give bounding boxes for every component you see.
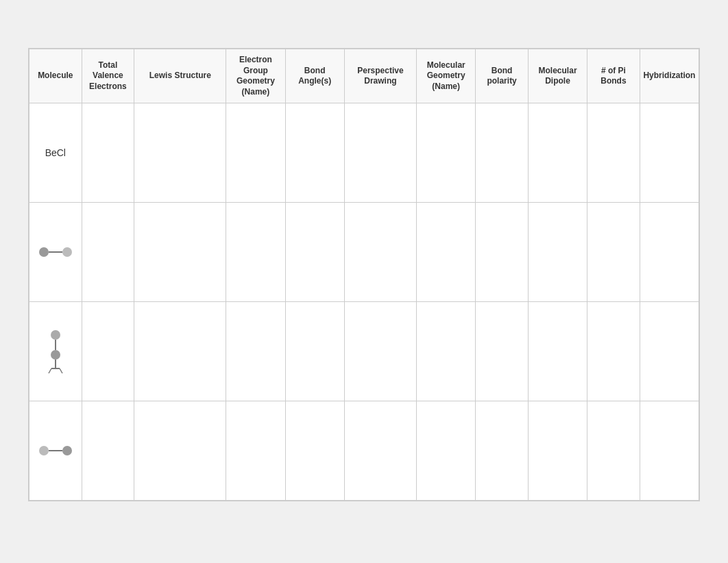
- mol-dipole-row2: [528, 203, 587, 302]
- header-molecule: Molecule: [29, 49, 82, 103]
- header-bond-angle: Bond Angle(s): [285, 49, 344, 103]
- molecule-row2: [29, 203, 82, 302]
- mol-geom-row2: [417, 203, 476, 302]
- perspective-row1: [344, 103, 416, 203]
- table-row: [29, 302, 699, 401]
- header-electron: Electron Group Geometry (Name): [226, 49, 285, 103]
- molecule-icon-row4: [32, 441, 79, 460]
- pi-bonds-row4: [587, 401, 640, 501]
- electron-row4: [226, 401, 285, 501]
- mol-dipole-row4: [528, 401, 587, 501]
- header-bond-polarity: Bond polarity: [476, 49, 529, 103]
- hybrid-row3: [640, 302, 699, 401]
- valence-row2: [82, 203, 134, 302]
- electron-row2: [226, 203, 285, 302]
- lewis-row3: [134, 302, 226, 401]
- header-valence: Total Valence Electrons: [82, 49, 134, 103]
- table-row: [29, 203, 699, 302]
- hybrid-row4: [640, 401, 699, 501]
- molecule-becl: BeCl: [29, 103, 82, 203]
- molecule-svg-row3: [38, 329, 73, 374]
- electron-row1: [226, 103, 285, 203]
- svg-point-10: [39, 446, 49, 455]
- table-row: [29, 401, 699, 501]
- svg-point-12: [62, 446, 72, 455]
- header-mol-dipole: Molecular Dipole: [528, 49, 587, 103]
- bond-angle-row2: [285, 203, 344, 302]
- bond-polarity-row2: [476, 203, 529, 302]
- header-perspective: Perspective Drawing: [344, 49, 416, 103]
- molecule-row4: [29, 401, 82, 501]
- electron-row3: [226, 302, 285, 401]
- table-row: BeCl: [29, 103, 699, 203]
- molecule-icon-row2: [32, 242, 79, 262]
- header-hybridization: Hybridization: [640, 49, 699, 103]
- bond-angle-row4: [285, 401, 344, 501]
- mol-geom-row1: [417, 103, 476, 203]
- bond-polarity-row4: [476, 401, 529, 501]
- svg-point-0: [39, 247, 49, 257]
- valence-row1: [82, 103, 134, 203]
- hybrid-row2: [640, 203, 699, 302]
- perspective-row3: [344, 302, 416, 401]
- bond-angle-row3: [285, 302, 344, 401]
- molecule-icon-row3: [32, 329, 79, 374]
- mol-dipole-row1: [528, 103, 587, 203]
- valence-row3: [82, 302, 134, 401]
- mol-geom-row4: [417, 401, 476, 501]
- lewis-row4: [134, 401, 226, 501]
- pi-bonds-row1: [587, 103, 640, 203]
- mol-dipole-row3: [528, 302, 587, 401]
- header-pi-bonds: # of Pi Bonds: [587, 49, 640, 103]
- main-table-container: Molecule Total Valence Electrons Lewis S…: [28, 48, 700, 501]
- hybrid-row1: [640, 103, 699, 203]
- pi-bonds-row2: [587, 203, 640, 302]
- molecule-svg-row2: [39, 242, 72, 262]
- pi-bonds-row3: [587, 302, 640, 401]
- molecule-row3: [29, 302, 82, 401]
- molecule-svg-row4: [39, 441, 72, 460]
- chemistry-table: Molecule Total Valence Electrons Lewis S…: [29, 49, 699, 501]
- mol-geom-row3: [417, 302, 476, 401]
- svg-point-3: [51, 330, 60, 340]
- bond-polarity-row1: [476, 103, 529, 203]
- valence-row4: [82, 401, 134, 501]
- lewis-row1: [134, 103, 226, 203]
- perspective-row4: [344, 401, 416, 501]
- header-lewis: Lewis Structure: [134, 49, 226, 103]
- lewis-row2: [134, 203, 226, 302]
- svg-point-5: [51, 350, 60, 360]
- bond-polarity-row3: [476, 302, 529, 401]
- svg-line-9: [60, 368, 62, 373]
- bond-angle-row1: [285, 103, 344, 203]
- header-mol-geom: Molecular Geometry (Name): [417, 49, 476, 103]
- svg-point-2: [62, 247, 72, 257]
- svg-line-8: [49, 368, 51, 373]
- perspective-row2: [344, 203, 416, 302]
